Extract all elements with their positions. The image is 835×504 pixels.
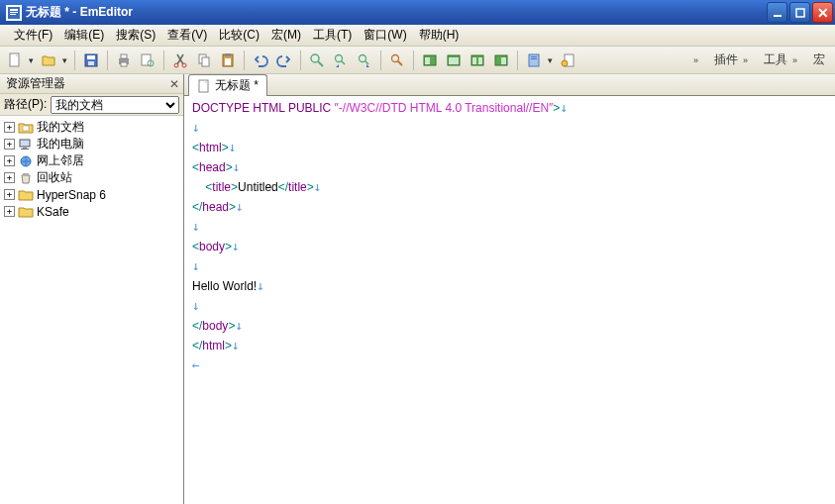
find-prev-button[interactable] <box>330 50 352 71</box>
expander-icon[interactable]: + <box>4 172 15 183</box>
toolbar-separator <box>244 50 245 70</box>
menu-help[interactable]: 帮助(H) <box>413 24 466 47</box>
copy-button[interactable] <box>193 50 215 71</box>
network-icon <box>18 154 34 168</box>
minimize-button[interactable] <box>767 2 787 23</box>
overflow-icon[interactable]: » <box>693 55 698 65</box>
svg-rect-4 <box>10 14 16 15</box>
menu-search[interactable]: 搜索(S) <box>110 24 161 47</box>
folder-tree[interactable]: + 我的文档 + 我的电脑 + 网上邻居 + 回收站 + <box>0 116 183 504</box>
open-dropdown[interactable]: ▾ <box>59 55 69 65</box>
window-split-button[interactable] <box>467 50 488 71</box>
code-editor[interactable]: DOCTYPE HTML PUBLIC ″-//W3C//DTD HTML 4.… <box>184 96 835 504</box>
svg-point-32 <box>392 54 399 61</box>
tree-item[interactable]: + 我的电脑 <box>0 136 183 152</box>
menu-view[interactable]: 查看(V) <box>161 24 213 47</box>
new-dropdown[interactable]: ▾ <box>26 55 36 65</box>
sidebar-close-button[interactable]: ✕ <box>166 76 181 91</box>
window-normal-button[interactable] <box>443 50 465 71</box>
path-select[interactable]: 我的文档 <box>51 96 179 114</box>
open-button[interactable] <box>38 50 59 71</box>
menu-edit[interactable]: 编辑(E) <box>58 24 110 47</box>
menu-file[interactable]: 文件(F) <box>8 24 58 47</box>
svg-rect-11 <box>88 61 94 65</box>
close-button[interactable]: ✕ <box>812 2 833 23</box>
recycle-bin-icon <box>18 171 34 185</box>
settings-button[interactable] <box>557 50 578 71</box>
window-right-button[interactable] <box>490 50 512 71</box>
expander-icon[interactable]: + <box>4 155 15 166</box>
sidebar-title: 资源管理器 <box>6 75 65 92</box>
tree-item[interactable]: + 网上邻居 <box>0 152 183 169</box>
find-button[interactable] <box>306 50 328 71</box>
macro-label[interactable]: 宏 <box>811 51 827 68</box>
undo-button[interactable] <box>250 50 271 71</box>
tab-untitled[interactable]: 无标题 * <box>188 74 267 96</box>
svg-rect-40 <box>478 57 482 64</box>
plugins-label[interactable]: 插件 <box>712 51 740 68</box>
cut-button[interactable] <box>169 50 191 71</box>
print-button[interactable] <box>113 50 135 71</box>
tree-item-label: HyperSnap 6 <box>37 188 106 202</box>
svg-point-47 <box>562 60 568 66</box>
properties-button[interactable] <box>523 50 545 71</box>
my-computer-icon <box>18 138 34 151</box>
svg-point-24 <box>311 54 319 62</box>
expander-icon[interactable]: + <box>4 189 15 200</box>
menu-window[interactable]: 窗口(W) <box>358 24 412 47</box>
svg-rect-22 <box>225 53 231 56</box>
svg-rect-35 <box>425 57 430 64</box>
tree-item-label: 回收站 <box>37 169 72 186</box>
svg-rect-39 <box>472 57 476 64</box>
tools-label[interactable]: 工具 <box>762 51 789 68</box>
svg-rect-2 <box>10 9 18 11</box>
expander-icon[interactable]: + <box>4 122 15 133</box>
overflow-icon[interactable]: » <box>792 55 797 65</box>
redo-button[interactable] <box>273 50 295 71</box>
folder-icon <box>18 188 34 202</box>
svg-rect-20 <box>202 57 209 66</box>
menu-compare[interactable]: 比较(C) <box>213 24 265 47</box>
svg-rect-44 <box>531 56 537 57</box>
new-button[interactable] <box>4 50 26 71</box>
svg-rect-48 <box>23 126 29 131</box>
tree-item[interactable]: + HyperSnap 6 <box>0 186 183 203</box>
folder-icon <box>18 205 34 219</box>
expander-icon[interactable]: + <box>4 139 15 150</box>
maximize-button[interactable] <box>789 2 810 23</box>
window-title: 无标题 * - EmEditor <box>26 4 767 21</box>
tree-item[interactable]: + 回收站 <box>0 169 183 186</box>
print-preview-button[interactable] <box>137 50 158 71</box>
toolbar-separator <box>517 50 518 70</box>
svg-line-27 <box>342 60 346 64</box>
menu-tools[interactable]: 工具(T) <box>307 24 358 47</box>
svg-rect-51 <box>21 149 29 150</box>
find-next-button[interactable] <box>354 50 375 71</box>
svg-point-18 <box>182 63 186 67</box>
window-left-button[interactable] <box>419 50 441 71</box>
svg-rect-43 <box>529 54 539 66</box>
tree-item[interactable]: + KSafe <box>0 203 183 220</box>
properties-dropdown[interactable]: ▾ <box>545 55 555 65</box>
svg-rect-15 <box>142 54 151 65</box>
tree-item[interactable]: + 我的文档 <box>0 119 183 136</box>
overflow-icon[interactable]: » <box>743 55 748 65</box>
svg-rect-13 <box>121 54 127 58</box>
tab-label: 无标题 * <box>215 77 259 94</box>
svg-rect-14 <box>121 62 127 66</box>
toolbar-separator <box>74 50 75 70</box>
toolbar-separator <box>163 50 164 70</box>
menu-macro[interactable]: 宏(M) <box>265 24 307 47</box>
toolbar: ▾ ▾ ▾ » 插件 » 工具 » 宏 <box>0 47 835 74</box>
find-in-files-button[interactable] <box>386 50 408 71</box>
svg-line-25 <box>318 61 323 66</box>
window-titlebar: 无标题 * - EmEditor ✕ <box>0 0 835 25</box>
expander-icon[interactable]: + <box>4 206 15 217</box>
svg-point-17 <box>174 63 178 67</box>
toolbar-separator <box>107 50 108 70</box>
svg-line-33 <box>398 60 403 65</box>
paste-button[interactable] <box>217 50 239 71</box>
save-button[interactable] <box>80 50 102 71</box>
toolbar-separator <box>380 50 381 70</box>
svg-point-29 <box>360 54 366 61</box>
